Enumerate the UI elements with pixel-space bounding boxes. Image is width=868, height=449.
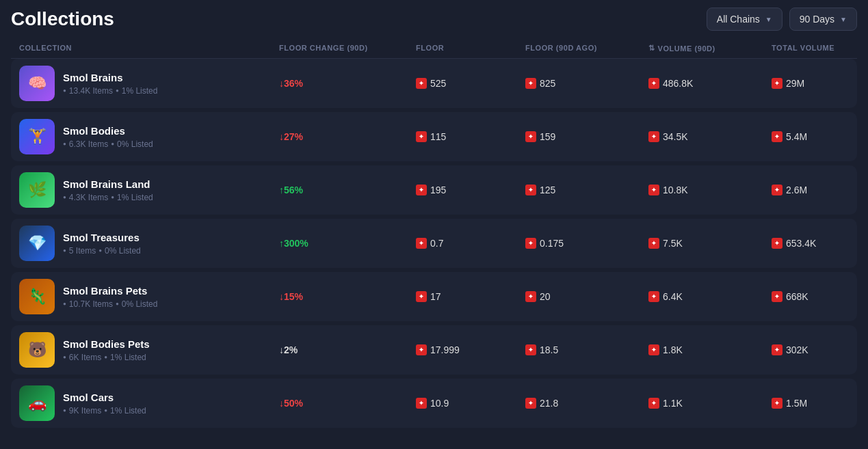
collection-name: Smol Treasures (63, 232, 141, 243)
collection-info: 🧠 Smol Brains ● 13.4K Items ● 1% Listed (19, 66, 279, 101)
collection-meta: Smol Bodies Pets ● 6K Items ● 1% Listed (63, 338, 150, 362)
chains-dropdown[interactable]: All Chains ▼ (707, 8, 782, 31)
magic-icon: ✦ (416, 185, 427, 195)
avatar: 🌿 (19, 172, 55, 208)
table-body: 🧠 Smol Brains ● 13.4K Items ● 1% Listed … (11, 59, 857, 428)
dot-icon: ● (63, 247, 66, 254)
total-volume-cell: ✦ 668K (772, 291, 868, 302)
table-row[interactable]: 🌿 Smol Brains Land ● 4.3K Items ● 1% Lis… (11, 165, 857, 215)
magic-icon: ✦ (772, 344, 782, 355)
chains-label: All Chains (717, 14, 760, 25)
collection-name: Smol Bodies Pets (63, 338, 150, 350)
magic-icon: ✦ (416, 78, 427, 89)
floor-ago-cell: ✦ 21.8 (525, 398, 648, 409)
magic-icon: ✦ (525, 78, 536, 89)
dot-icon: ● (116, 87, 119, 94)
floor-value: 525 (430, 78, 446, 89)
collection-info: 🐻 Smol Bodies Pets ● 6K Items ● 1% Liste… (19, 332, 279, 368)
floor-cell: ✦ 17.999 (416, 344, 525, 355)
collection-meta: Smol Cars ● 9K Items ● 1% Listed (63, 392, 146, 416)
table-row[interactable]: 🦎 Smol Brains Pets ● 10.7K Items ● 0% Li… (11, 272, 857, 321)
magic-icon: ✦ (416, 398, 427, 409)
total-volume-cell: ✦ 653.4K (772, 238, 868, 249)
floor-cell: ✦ 525 (416, 78, 525, 89)
total-volume-cell: ✦ 302K (772, 344, 868, 355)
dot-icon: ● (63, 301, 66, 307)
magic-icon: ✦ (525, 185, 536, 195)
avatar: 🚗 (19, 385, 55, 421)
table-row[interactable]: 🐻 Smol Bodies Pets ● 6K Items ● 1% Liste… (11, 325, 857, 375)
dot-icon: ● (111, 194, 114, 200)
collection-info: 🏋️ Smol Bodies ● 6.3K Items ● 0% Listed (19, 119, 279, 154)
volume-value: 486.8K (663, 78, 693, 89)
collection-name: Smol Brains (63, 72, 157, 83)
col-volume[interactable]: ⇅ VOLUME (90D) (648, 44, 772, 53)
col-floor-ago: FLOOR (90D AGO) (525, 44, 648, 53)
floor-change-cell: ↓15% (279, 291, 416, 302)
total-volume-cell: ✦ 2.6M (772, 185, 868, 195)
total-volume-value: 668K (786, 291, 808, 302)
total-volume-value: 302K (786, 344, 808, 355)
table-row[interactable]: 🏋️ Smol Bodies ● 6.3K Items ● 0% Listed … (11, 112, 857, 161)
collection-name: Smol Brains Pets (63, 285, 157, 297)
floor-cell: ✦ 0.7 (416, 238, 525, 249)
magic-icon: ✦ (648, 131, 659, 142)
table-row[interactable]: 🧠 Smol Brains ● 13.4K Items ● 1% Listed … (11, 59, 857, 108)
collection-meta: Smol Brains ● 13.4K Items ● 1% Listed (63, 72, 157, 96)
collections-table: COLLECTION FLOOR CHANGE (90D) FLOOR FLOO… (0, 38, 868, 428)
collection-sub: ● 10.7K Items ● 0% Listed (63, 299, 157, 309)
floor-change-cell: ↑300% (279, 238, 416, 249)
magic-icon: ✦ (648, 398, 659, 409)
floor-ago-cell: ✦ 825 (525, 78, 648, 89)
magic-icon: ✦ (772, 185, 782, 195)
magic-icon: ✦ (525, 344, 536, 355)
avatar: 🦎 (19, 279, 55, 314)
collection-info: 🦎 Smol Brains Pets ● 10.7K Items ● 0% Li… (19, 279, 279, 314)
floor-ago-value: 18.5 (540, 344, 558, 355)
floor-value: 17 (430, 291, 441, 302)
dot-icon: ● (63, 354, 66, 360)
collection-meta: Smol Treasures ● 5 Items ● 0% Listed (63, 232, 141, 256)
collection-sub: ● 13.4K Items ● 1% Listed (63, 86, 157, 96)
col-total-volume: TOTAL VOLUME (772, 44, 868, 53)
avatar: 💎 (19, 226, 55, 261)
dot-icon: ● (104, 407, 107, 413)
floor-change-cell: ↑56% (279, 185, 416, 195)
dot-icon: ● (104, 354, 107, 360)
collection-meta: Smol Brains Pets ● 10.7K Items ● 0% List… (63, 285, 157, 309)
collection-info: 🌿 Smol Brains Land ● 4.3K Items ● 1% Lis… (19, 172, 279, 208)
volume-value: 1.1K (663, 398, 683, 409)
dot-icon: ● (98, 247, 102, 254)
magic-icon: ✦ (648, 78, 659, 89)
magic-icon: ✦ (772, 131, 782, 142)
magic-icon: ✦ (772, 291, 782, 302)
volume-cell: ✦ 1.1K (648, 398, 772, 409)
collection-name: Smol Bodies (63, 125, 153, 137)
total-volume-value: 653.4K (786, 238, 816, 249)
volume-cell: ✦ 7.5K (648, 238, 772, 249)
collection-meta: Smol Bodies ● 6.3K Items ● 0% Listed (63, 125, 153, 149)
floor-cell: ✦ 195 (416, 185, 525, 195)
total-volume-value: 2.6M (786, 185, 807, 195)
floor-ago-cell: ✦ 159 (525, 131, 648, 142)
table-row[interactable]: 💎 Smol Treasures ● 5 Items ● 0% Listed ↑… (11, 219, 857, 268)
col-floor: FLOOR (416, 44, 525, 53)
magic-icon: ✦ (648, 344, 659, 355)
floor-ago-value: 0.175 (540, 238, 564, 249)
collection-sub: ● 5 Items ● 0% Listed (63, 246, 141, 256)
volume-value: 7.5K (663, 238, 683, 249)
avatar: 🏋️ (19, 119, 55, 154)
days-dropdown[interactable]: 90 Days ▼ (789, 8, 857, 31)
magic-icon: ✦ (772, 238, 782, 249)
magic-icon: ✦ (525, 291, 536, 302)
avatar: 🧠 (19, 66, 55, 101)
floor-ago-value: 125 (540, 185, 555, 195)
table-row[interactable]: 🚗 Smol Cars ● 9K Items ● 1% Listed ↓50% … (11, 379, 857, 428)
dot-icon: ● (116, 301, 119, 307)
collection-sub: ● 6K Items ● 1% Listed (63, 353, 150, 362)
collection-sub: ● 4.3K Items ● 1% Listed (63, 193, 153, 202)
collection-name: Smol Brains Land (63, 178, 153, 190)
magic-icon: ✦ (416, 131, 427, 142)
avatar: 🐻 (19, 332, 55, 368)
magic-icon: ✦ (416, 344, 427, 355)
